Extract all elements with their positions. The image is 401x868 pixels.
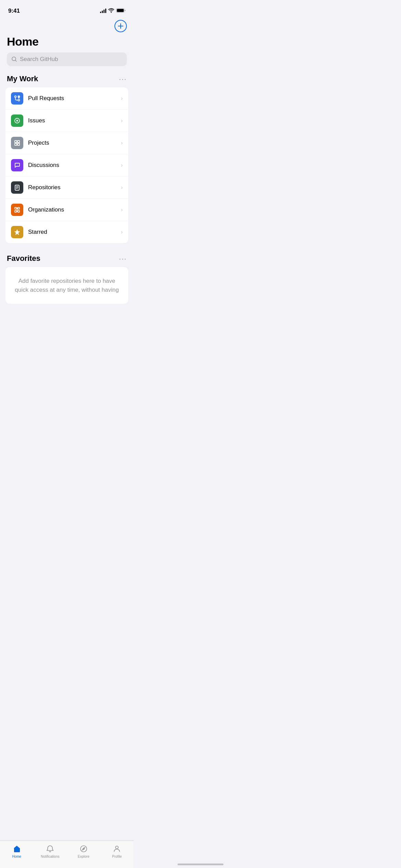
my-work-section: My Work ··· Pull Requests › [0,74,134,243]
add-button[interactable] [114,20,127,32]
page-title: Home [0,32,134,52]
svg-rect-10 [15,143,17,145]
starred-chevron: › [121,229,123,235]
svg-point-7 [16,120,18,122]
starred-item[interactable]: Starred › [5,221,128,243]
projects-label: Projects [28,140,121,146]
favorites-more-button[interactable]: ··· [119,255,127,263]
discussions-item[interactable]: Discussions › [5,154,128,177]
search-bar[interactable]: Search GitHub [7,52,127,66]
svg-rect-16 [18,210,20,212]
wifi-icon [108,8,114,14]
issues-chevron: › [121,118,123,124]
issues-item[interactable]: Issues › [5,110,128,132]
svg-rect-15 [15,210,16,212]
svg-rect-9 [17,141,20,143]
status-icons [100,8,125,14]
favorites-header: Favorites ··· [0,254,134,267]
svg-rect-8 [15,141,17,143]
projects-chevron: › [121,140,123,146]
favorites-title: Favorites [7,254,40,263]
discussions-icon [11,159,23,171]
repositories-chevron: › [121,184,123,191]
header-area [0,17,134,32]
signal-icon [100,9,106,13]
search-input-placeholder: Search GitHub [20,56,58,63]
organizations-chevron: › [121,207,123,213]
search-icon [12,57,17,62]
repositories-icon [11,181,23,194]
issues-icon [11,114,23,127]
discussions-chevron: › [121,162,123,168]
pull-requests-chevron: › [121,95,123,101]
pull-requests-item[interactable]: Pull Requests › [5,87,128,110]
projects-icon [11,137,23,149]
my-work-more-button[interactable]: ··· [119,75,127,83]
status-bar: 9:41 [0,0,134,17]
battery-icon [116,8,125,14]
starred-label: Starred [28,229,121,236]
my-work-list: Pull Requests › Issues › [5,87,128,243]
favorites-empty-state: Add favorite repositories here to have q… [5,267,128,304]
svg-rect-1 [117,9,124,12]
discussions-label: Discussions [28,162,121,169]
organizations-item[interactable]: Organizations › [5,199,128,221]
my-work-header: My Work ··· [0,74,134,87]
svg-rect-11 [17,143,20,145]
repositories-label: Repositories [28,184,121,191]
issues-label: Issues [28,117,121,124]
pull-requests-icon [11,92,23,105]
status-time: 9:41 [8,8,20,14]
my-work-title: My Work [7,74,38,83]
projects-item[interactable]: Projects › [5,132,128,154]
repositories-item[interactable]: Repositories › [5,177,128,199]
organizations-icon [11,204,23,216]
starred-icon [11,226,23,238]
favorites-section: Favorites ··· Add favorite repositories … [0,254,134,304]
pull-requests-label: Pull Requests [28,95,121,102]
organizations-label: Organizations [28,206,121,213]
